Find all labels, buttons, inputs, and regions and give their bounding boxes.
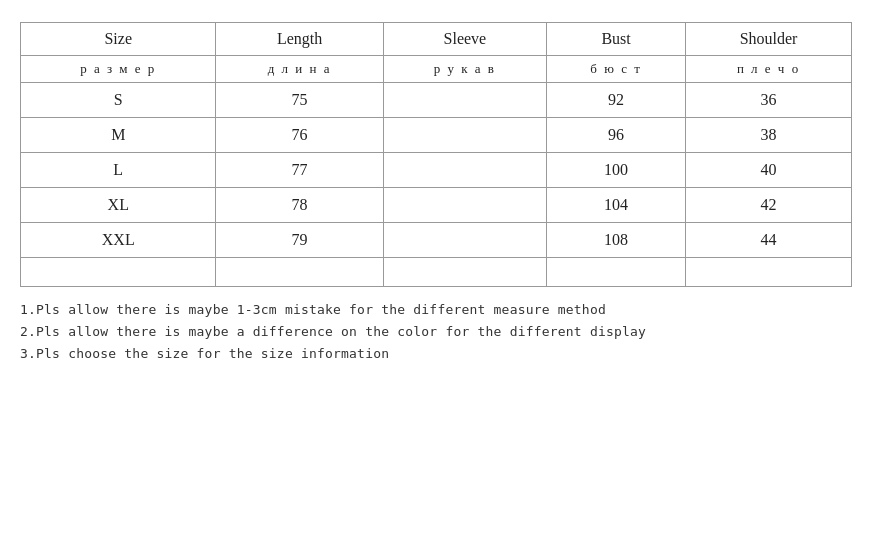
table-row: XL7810442 (21, 188, 852, 223)
table-row: M769638 (21, 118, 852, 153)
header-row-en: SizeLengthSleeveBustShoulder (21, 23, 852, 56)
column-header-en: Bust (547, 23, 686, 56)
column-header-en: Size (21, 23, 216, 56)
table-cell: 92 (547, 83, 686, 118)
notes-section: 1.Pls allow there is maybe 1-3cm mistake… (20, 299, 852, 365)
table-cell (383, 258, 547, 287)
table-body: S759236M769638L7710040XL7810442XXL791084… (21, 83, 852, 287)
table-cell: 38 (686, 118, 852, 153)
table-cell: L (21, 153, 216, 188)
table-cell: 76 (216, 118, 383, 153)
table-cell: 36 (686, 83, 852, 118)
table-cell (383, 153, 547, 188)
table-cell (383, 188, 547, 223)
table-cell: 96 (547, 118, 686, 153)
table-cell: 44 (686, 223, 852, 258)
table-cell: 78 (216, 188, 383, 223)
table-cell (383, 223, 547, 258)
table-cell (547, 258, 686, 287)
table-cell: 77 (216, 153, 383, 188)
table-cell: S (21, 83, 216, 118)
table-cell (383, 83, 547, 118)
table-cell: 42 (686, 188, 852, 223)
note-item: 3.Pls choose the size for the size infor… (20, 343, 852, 365)
table-cell: XL (21, 188, 216, 223)
table-cell: 75 (216, 83, 383, 118)
table-cell: M (21, 118, 216, 153)
table-cell (216, 258, 383, 287)
table-cell (383, 118, 547, 153)
header-row-ru: р а з м е рд л и н ар у к а вб ю с тп л … (21, 56, 852, 83)
table-row (21, 258, 852, 287)
table-cell: 79 (216, 223, 383, 258)
table-cell: XXL (21, 223, 216, 258)
table-cell: 108 (547, 223, 686, 258)
size-table: SizeLengthSleeveBustShoulder р а з м е р… (20, 22, 852, 287)
table-cell (686, 258, 852, 287)
table-row: L7710040 (21, 153, 852, 188)
note-item: 2.Pls allow there is maybe a difference … (20, 321, 852, 343)
table-cell (21, 258, 216, 287)
column-header-en: Sleeve (383, 23, 547, 56)
note-item: 1.Pls allow there is maybe 1-3cm mistake… (20, 299, 852, 321)
column-header-ru: д л и н а (216, 56, 383, 83)
column-header-ru: п л е ч о (686, 56, 852, 83)
column-header-en: Shoulder (686, 23, 852, 56)
column-header-en: Length (216, 23, 383, 56)
column-header-ru: б ю с т (547, 56, 686, 83)
table-cell: 100 (547, 153, 686, 188)
column-header-ru: р у к а в (383, 56, 547, 83)
table-row: XXL7910844 (21, 223, 852, 258)
table-row: S759236 (21, 83, 852, 118)
table-cell: 104 (547, 188, 686, 223)
column-header-ru: р а з м е р (21, 56, 216, 83)
table-cell: 40 (686, 153, 852, 188)
